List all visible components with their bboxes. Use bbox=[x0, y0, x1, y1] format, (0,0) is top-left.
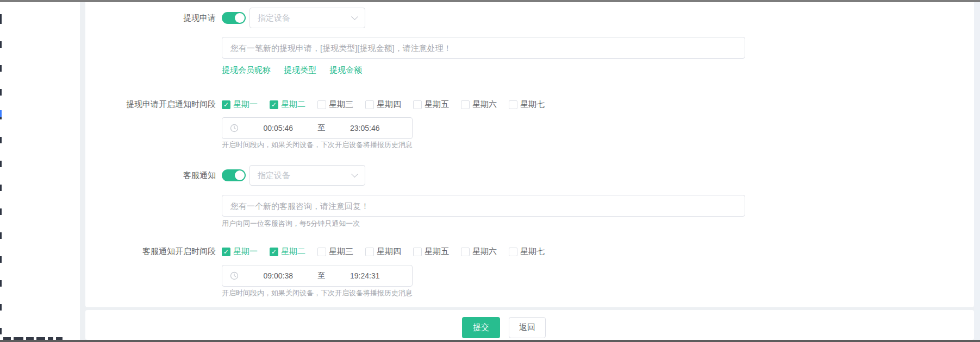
clock-icon bbox=[230, 271, 239, 280]
service-toggle-row: 客服通知 指定设备 bbox=[85, 165, 974, 186]
checkbox-icon: ✓ bbox=[317, 248, 326, 256]
service-toggle[interactable] bbox=[222, 169, 246, 181]
withdraw-time-range-picker[interactable]: 00:05:46 至 23:05:46 bbox=[222, 117, 413, 139]
service-message-input[interactable] bbox=[222, 195, 745, 217]
checkbox-icon: ✓ bbox=[222, 248, 230, 256]
withdraw-message-row bbox=[85, 37, 974, 59]
link-withdraw-type[interactable]: 提现类型 bbox=[284, 65, 316, 75]
withdraw-toggle-row: 提现申请 指定设备 bbox=[85, 8, 974, 28]
withdraw-checkbox-sunday[interactable]: ✓星期七 bbox=[509, 99, 545, 110]
back-button[interactable]: 返回 bbox=[509, 317, 546, 338]
service-time-start[interactable]: 09:00:38 bbox=[239, 271, 318, 280]
withdraw-device-select-placeholder: 指定设备 bbox=[258, 13, 352, 23]
service-schedule-helper: 开启时间段内，如果关闭设备，下次开启设备将播报历史消息 bbox=[222, 289, 974, 297]
withdraw-checkbox-saturday[interactable]: ✓星期六 bbox=[461, 99, 497, 110]
withdraw-checkbox-wednesday[interactable]: ✓星期三 bbox=[317, 99, 353, 110]
checkbox-icon: ✓ bbox=[509, 248, 517, 256]
toggle-knob bbox=[235, 13, 245, 23]
withdraw-checkbox-tuesday[interactable]: ✓星期二 bbox=[270, 99, 305, 110]
withdraw-label: 提现申请 bbox=[85, 13, 216, 23]
checkbox-icon: ✓ bbox=[365, 100, 374, 109]
service-checkbox-friday[interactable]: ✓星期五 bbox=[413, 246, 449, 257]
service-label: 客服通知 bbox=[85, 170, 216, 181]
withdraw-device-select[interactable]: 指定设备 bbox=[249, 8, 365, 28]
service-checkbox-monday[interactable]: ✓星期一 bbox=[222, 246, 258, 257]
withdraw-checkbox-monday[interactable]: ✓星期一 bbox=[222, 99, 258, 110]
withdraw-time-start[interactable]: 00:05:46 bbox=[239, 124, 318, 132]
withdraw-time-end[interactable]: 23:05:46 bbox=[326, 124, 405, 132]
service-time-range-row: 09:00:38 至 19:24:31 bbox=[85, 265, 974, 287]
service-device-select-placeholder: 指定设备 bbox=[258, 170, 352, 181]
chevron-down-icon bbox=[351, 170, 358, 178]
service-schedule-label: 客服通知开启时间段 bbox=[85, 246, 216, 257]
toggle-knob bbox=[235, 170, 245, 180]
withdraw-checkbox-thursday[interactable]: ✓星期四 bbox=[365, 99, 401, 110]
checkbox-icon: ✓ bbox=[461, 100, 470, 109]
time-separator: 至 bbox=[318, 271, 326, 281]
clock-icon bbox=[230, 124, 239, 132]
link-withdraw-amount[interactable]: 提现金额 bbox=[329, 65, 362, 75]
notification-settings-form: 提现申请 指定设备 提现会员昵称 提现类型 提现金额 提现申请开启通知时间段 ✓… bbox=[85, 2, 974, 297]
checkbox-icon: ✓ bbox=[413, 100, 422, 109]
withdraw-checkbox-friday[interactable]: ✓星期五 bbox=[413, 99, 449, 110]
checkbox-icon: ✓ bbox=[365, 248, 374, 256]
form-footer-bar: 提交 返回 bbox=[85, 310, 974, 340]
time-separator: 至 bbox=[318, 123, 326, 133]
service-device-select[interactable]: 指定设备 bbox=[249, 165, 365, 186]
service-message-helper: 用户向同一位客服咨询，每5分钟只通知一次 bbox=[222, 220, 974, 227]
checkbox-icon: ✓ bbox=[317, 100, 326, 109]
withdraw-time-range-row: 00:05:46 至 23:05:46 bbox=[85, 117, 974, 139]
service-time-end[interactable]: 19:24:31 bbox=[326, 271, 405, 280]
withdraw-schedule-label: 提现申请开启通知时间段 bbox=[85, 99, 216, 110]
secondary-sidebar bbox=[2, 2, 80, 340]
withdraw-variable-links-row: 提现会员昵称 提现类型 提现金额 bbox=[85, 65, 974, 75]
checkbox-icon: ✓ bbox=[222, 100, 230, 109]
link-withdraw-member-nickname[interactable]: 提现会员昵称 bbox=[222, 65, 271, 75]
withdraw-message-input[interactable] bbox=[222, 37, 745, 59]
checkbox-icon: ✓ bbox=[461, 248, 470, 256]
service-checkbox-thursday[interactable]: ✓星期四 bbox=[365, 246, 401, 257]
service-schedule-row: 客服通知开启时间段 ✓星期一 ✓星期二 ✓星期三 ✓星期四 ✓星期五 ✓星期六 … bbox=[85, 246, 974, 257]
checkbox-icon: ✓ bbox=[413, 248, 422, 256]
submit-button[interactable]: 提交 bbox=[462, 317, 500, 338]
service-checkbox-tuesday[interactable]: ✓星期二 bbox=[270, 246, 305, 257]
checkbox-icon: ✓ bbox=[509, 100, 517, 109]
service-checkbox-sunday[interactable]: ✓星期七 bbox=[509, 246, 545, 257]
checkbox-icon: ✓ bbox=[270, 248, 278, 256]
settings-form-card: 提现申请 指定设备 提现会员昵称 提现类型 提现金额 提现申请开启通知时间段 ✓… bbox=[85, 2, 974, 307]
chevron-down-icon bbox=[351, 13, 358, 20]
withdraw-schedule-helper: 开启时间段内，如果关闭设备，下次开启设备将播报历史消息 bbox=[222, 141, 974, 149]
page-background-right bbox=[974, 2, 980, 340]
withdraw-schedule-row: 提现申请开启通知时间段 ✓星期一 ✓星期二 ✓星期三 ✓星期四 ✓星期五 ✓星期… bbox=[85, 99, 974, 110]
withdraw-toggle[interactable] bbox=[222, 12, 246, 24]
window-bottom-border bbox=[0, 340, 980, 342]
service-message-row bbox=[85, 195, 974, 217]
checkbox-icon: ✓ bbox=[270, 100, 278, 109]
service-checkbox-saturday[interactable]: ✓星期六 bbox=[461, 246, 497, 257]
service-checkbox-wednesday[interactable]: ✓星期三 bbox=[317, 246, 353, 257]
service-time-range-picker[interactable]: 09:00:38 至 19:24:31 bbox=[222, 265, 413, 287]
